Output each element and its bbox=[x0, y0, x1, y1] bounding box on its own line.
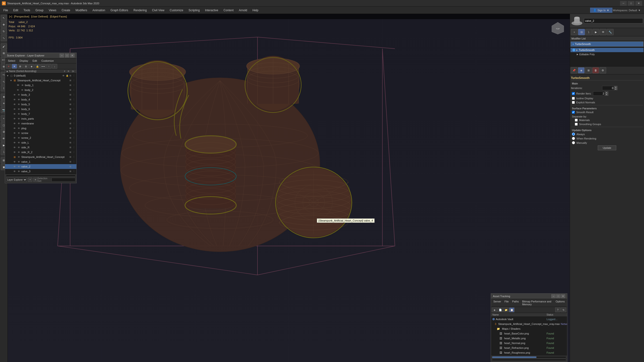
iterations-input[interactable] bbox=[602, 86, 614, 90]
tree-item-body6[interactable]: 👁 👁 body_6 ⊞ ⋮ bbox=[5, 107, 76, 111]
se-menu-customize[interactable]: Customize bbox=[40, 59, 56, 63]
at-item-normal[interactable]: 🖼 heart_Normal.png Found bbox=[491, 341, 567, 346]
tree-item-sideR[interactable]: 👁 👁 side_R ⊞ ⋮ bbox=[5, 145, 76, 150]
tree-eye-0[interactable]: 👁 bbox=[62, 74, 66, 77]
menu-graph-editors[interactable]: Graph Editors bbox=[108, 8, 130, 13]
make-unique-btn[interactable]: ⊞ bbox=[585, 67, 592, 73]
display-panel-btn[interactable]: 👁 bbox=[600, 29, 606, 35]
render-iters-input[interactable] bbox=[593, 91, 605, 96]
render-iters-up-btn[interactable]: ▲ bbox=[605, 91, 608, 93]
iterations-up-btn[interactable]: ▲ bbox=[614, 86, 618, 88]
viewport-label-plus[interactable]: [+] bbox=[9, 15, 12, 18]
menu-views[interactable]: Views bbox=[46, 8, 59, 13]
nav-cube[interactable]: TOP bbox=[550, 21, 565, 35]
select-tool[interactable]: ↖ bbox=[1, 15, 7, 21]
tree-item-sideL[interactable]: 👁 👁 side_L ⊞ ⋮ bbox=[5, 140, 76, 145]
se-menu-display[interactable]: Display bbox=[18, 59, 30, 63]
scale-tool[interactable]: ⤡ bbox=[1, 35, 7, 41]
menu-modifiers[interactable]: Modifiers bbox=[73, 8, 90, 13]
tree-item-valve2[interactable]: 👁 👁 valve_2 ⊞ ⋮ bbox=[5, 164, 76, 169]
render-iters-down-btn[interactable]: ▼ bbox=[605, 93, 608, 96]
tree-item-body3[interactable]: 👁 👁 body_3 ⊞ ⋮ bbox=[5, 92, 76, 97]
at-help-btn[interactable]: ? bbox=[555, 308, 560, 312]
tree-item-body1[interactable]: 👁 👁 body_1 ⊞ ⋮ bbox=[5, 83, 76, 88]
se-tool6-btn[interactable]: ↑ bbox=[46, 64, 52, 69]
tree-item-valve3[interactable]: 👁 👁 valve_3 ⊞ ⋮ bbox=[5, 169, 76, 174]
utilities-panel-btn[interactable]: 🔧 bbox=[607, 29, 614, 35]
hierarchy-panel-btn[interactable]: ⤵ bbox=[585, 29, 592, 35]
at-menu-options[interactable]: Options bbox=[554, 300, 566, 306]
scene-explorer-scrollbar[interactable] bbox=[6, 175, 76, 177]
se-menu-select[interactable]: Select bbox=[6, 59, 17, 63]
menu-file[interactable]: File bbox=[1, 8, 10, 13]
viewport-label-edgedfaces[interactable]: [Edged Faces] bbox=[50, 15, 67, 18]
when-rendering-radio[interactable] bbox=[572, 137, 575, 140]
show-end-result-btn[interactable]: ◈ bbox=[578, 67, 584, 73]
se-minimize-btn[interactable]: ─ bbox=[60, 54, 64, 57]
pin-stack-btn[interactable]: 📌 bbox=[571, 67, 578, 73]
create-panel-btn[interactable]: + bbox=[571, 29, 578, 35]
close-button[interactable]: ✕ bbox=[636, 1, 642, 6]
menu-content[interactable]: Content bbox=[221, 8, 236, 13]
tree-lock-0[interactable]: 🔒 bbox=[66, 74, 69, 77]
se-close-btn[interactable]: ✕ bbox=[70, 54, 74, 57]
tree-item-body5[interactable]: 👁 👁 body_5 ⊞ ⋮ bbox=[5, 102, 76, 107]
smooth-result-checkbox[interactable] bbox=[572, 111, 575, 114]
menu-customize[interactable]: Customize bbox=[168, 8, 186, 13]
menu-rendering[interactable]: Rendering bbox=[131, 8, 149, 13]
remove-modifier-btn[interactable]: 🗑 bbox=[592, 67, 599, 73]
at-tool2-btn[interactable]: 📄 bbox=[498, 308, 503, 312]
se-add-btn[interactable]: + bbox=[28, 178, 32, 182]
turbosmooth-modifier[interactable]: ▶ TurboSmooth bbox=[570, 48, 644, 52]
modify-panel-btn[interactable]: ⊟ bbox=[578, 29, 585, 35]
menu-tools[interactable]: Tools bbox=[21, 8, 32, 13]
at-tool3-btn[interactable]: 📁 bbox=[504, 308, 509, 312]
se-tool3-btn[interactable]: ◈ bbox=[29, 64, 34, 69]
se-maximize-btn[interactable]: □ bbox=[65, 54, 69, 57]
tree-item-body2[interactable]: 👁 👁 body_2 ⊞ ⋮ bbox=[5, 88, 76, 92]
at-item-roughness[interactable]: 🖼 heart_Roughness.png Found bbox=[491, 350, 567, 355]
se-menu-edit[interactable]: Edit bbox=[31, 59, 39, 63]
tree-item-plug[interactable]: 👁 👁 plug ⊞ ⋮ bbox=[5, 126, 76, 131]
at-minimize-btn[interactable]: ─ bbox=[551, 294, 556, 298]
se-delete-btn[interactable]: ✕ bbox=[6, 64, 11, 69]
tree-item-screw[interactable]: 👁 👁 screw ⊞ ⋮ bbox=[5, 131, 76, 135]
render-iters-checkbox[interactable] bbox=[572, 92, 575, 95]
at-item-basecolor[interactable]: 🖼 heart_BaseColor.png Found bbox=[491, 331, 567, 336]
tree-item-body4[interactable]: 👁 👁 body_4 ⊞ ⋮ bbox=[5, 97, 76, 102]
configure-modifier-btn[interactable]: ⚙ bbox=[600, 67, 606, 73]
selection-set-input[interactable] bbox=[52, 178, 76, 182]
tree-item-sideR2[interactable]: 👁 👁 side_R_2 ⊞ ⋮ bbox=[5, 150, 76, 155]
materials-checkbox[interactable] bbox=[575, 119, 578, 122]
menu-arnold[interactable]: Arnold bbox=[236, 8, 250, 13]
update-button[interactable]: Update bbox=[598, 145, 616, 150]
modifier-dropdown[interactable]: ● TurboSmooth bbox=[571, 42, 643, 46]
at-menu-server[interactable]: Server bbox=[492, 300, 502, 306]
at-close-btn[interactable]: ✕ bbox=[561, 294, 565, 298]
menu-interactive[interactable]: Interactive bbox=[202, 8, 220, 13]
viewport-label-persp[interactable]: [Perspective] bbox=[14, 15, 30, 18]
tree-item-valve1[interactable]: 👁 👁 valve_1 ⊞ ⋮ bbox=[5, 159, 76, 164]
at-menu-file[interactable]: File bbox=[503, 300, 510, 306]
at-item-metallic[interactable]: 🖼 heart_Metallic.png Found bbox=[491, 336, 567, 341]
tree-item-membrane[interactable]: 👁 👁 membrane ⊞ ⋮ bbox=[5, 121, 76, 126]
move-tool[interactable]: ✥ bbox=[1, 21, 7, 28]
menu-scripting[interactable]: Scripting bbox=[186, 8, 202, 13]
se-tool2-btn[interactable]: ⊟ bbox=[23, 64, 28, 69]
manually-radio[interactable] bbox=[572, 141, 575, 144]
object-name-input[interactable] bbox=[584, 18, 643, 23]
tree-item-body7[interactable]: 👁 👁 body_7 ⊞ ⋮ bbox=[5, 111, 76, 116]
iterations-down-btn[interactable]: ▼ bbox=[614, 88, 618, 90]
tree-item-screw2[interactable]: 👁 👁 screw_2 ⊞ ⋮ bbox=[5, 135, 76, 140]
rotate-tool[interactable]: ↻ bbox=[1, 28, 7, 34]
menu-help[interactable]: Help bbox=[250, 8, 261, 13]
se-options-btn[interactable]: ≡ bbox=[33, 178, 38, 182]
at-maximize-btn[interactable]: □ bbox=[556, 294, 560, 298]
se-tool1-btn[interactable]: ⊞ bbox=[18, 64, 23, 69]
at-tool1-btn[interactable]: ◈ bbox=[492, 308, 497, 312]
at-refresh-btn[interactable]: ↻ bbox=[561, 308, 566, 312]
motion-panel-btn[interactable]: ▶ bbox=[592, 29, 599, 35]
tree-item-steampunk2[interactable]: ⊞ 👁 Steampunk_Artificial_Heart_Concept ⊞… bbox=[5, 155, 76, 159]
smoothing-groups-checkbox[interactable] bbox=[575, 123, 578, 126]
at-item-vault[interactable]: Autodesk Vault Logged... bbox=[491, 317, 567, 322]
